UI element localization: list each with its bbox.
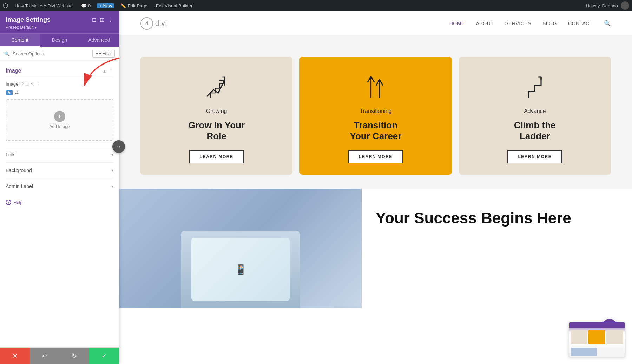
transitioning-learn-more-button[interactable]: LEARN MORE <box>348 150 403 163</box>
transitioning-icon <box>360 71 391 102</box>
site-navigation: d divi HOME ABOUT SERVICES BLOG CONTACT … <box>119 11 632 36</box>
more-options-button[interactable]: ⋮ <box>108 16 113 23</box>
admin-label-section[interactable]: Admin Label ▾ <box>6 178 113 194</box>
comment-icon: 💬 <box>81 3 87 8</box>
collapse-image-section-button[interactable]: ▴ <box>103 68 106 74</box>
link-chevron-icon: ▾ <box>111 152 113 157</box>
exit-builder-link[interactable]: Exit Visual Builder <box>154 3 195 8</box>
tab-design[interactable]: Design <box>40 34 79 47</box>
panel-resize-handle[interactable]: ↔ <box>112 140 125 153</box>
add-icon: + <box>58 113 61 120</box>
website-preview: d divi HOME ABOUT SERVICES BLOG CONTACT … <box>119 11 632 364</box>
admin-bar-right: Howdy, Deanna <box>586 1 629 10</box>
section-more-button[interactable]: ⋮ <box>108 68 113 74</box>
page-thumbnail-preview <box>569 322 625 357</box>
site-logo[interactable]: d divi <box>140 17 167 30</box>
field-options-icon[interactable]: ⋮ <box>37 81 41 87</box>
nav-about[interactable]: ABOUT <box>476 21 494 26</box>
divi-wordmark: divi <box>155 19 167 27</box>
advance-icon <box>519 71 551 102</box>
background-section-header: Background ▾ <box>6 168 113 173</box>
background-section[interactable]: Background ▾ <box>6 162 113 178</box>
cursor-icon[interactable]: ↖ <box>31 81 34 87</box>
comments-link[interactable]: 💬 0 <box>79 3 93 8</box>
nav-services[interactable]: SERVICES <box>505 21 531 26</box>
panel-body: Image ▴ ⋮ Image ? □ ↖ ⋮ AI ⇄ + <box>0 61 119 347</box>
help-row[interactable]: ? Help <box>6 194 113 211</box>
help-label: Help <box>13 200 23 205</box>
background-chevron-icon: ▾ <box>111 168 113 173</box>
background-section-title: Background <box>6 168 32 173</box>
admin-label-title: Admin Label <box>6 183 33 189</box>
nav-blog[interactable]: BLOG <box>542 21 557 26</box>
advance-card: Advance Climb theLadder LEARN MORE <box>459 57 611 175</box>
device-icon[interactable]: □ <box>26 81 28 87</box>
undo-button[interactable]: ↩ <box>30 348 60 364</box>
edit-icon: ✏️ <box>120 3 126 8</box>
panel-title: Image Settings <box>6 16 51 23</box>
admin-label-chevron-icon: ▾ <box>111 184 113 189</box>
growing-title: Grow In YourRole <box>188 120 245 142</box>
panel-footer: ✕ ↩ ↻ ✓ <box>0 347 119 364</box>
add-image-button[interactable]: + <box>54 111 65 122</box>
thumbnail-image <box>569 322 625 357</box>
link-section-header: Link ▾ <box>6 152 113 157</box>
preset-chevron-icon: ▾ <box>35 26 37 29</box>
transitioning-card: Transitioning TransitionYour Career LEAR… <box>299 57 452 175</box>
layout-toggle-button[interactable]: ⊞ <box>100 16 104 23</box>
advance-title: Climb theLadder <box>514 120 555 142</box>
transitioning-title: TransitionYour Career <box>350 120 402 142</box>
help-circle-icon: ? <box>6 200 11 205</box>
divi-logo-icon: d <box>140 17 153 30</box>
help-icon[interactable]: ? <box>21 81 24 87</box>
filter-button[interactable]: + + Filter <box>92 50 115 58</box>
cancel-button[interactable]: ✕ <box>0 348 30 364</box>
success-text-area: Your Success Begins Here <box>362 189 632 308</box>
search-row: 🔍 + + Filter <box>0 47 119 61</box>
redo-button[interactable]: ↻ <box>60 348 90 364</box>
ai-sync-row: AI ⇄ <box>6 90 113 95</box>
nav-home[interactable]: HOME <box>449 21 465 26</box>
nav-contact[interactable]: CONTACT <box>568 21 593 26</box>
growing-learn-more-button[interactable]: LEARN MORE <box>189 150 244 163</box>
site-name-link[interactable]: How To Make A Divi Website <box>13 3 75 8</box>
sync-icon[interactable]: ⇄ <box>15 90 19 95</box>
advance-subtitle: Advance <box>524 108 546 114</box>
cards-section: Growing Grow In YourRole LEARN MORE Tran… <box>119 36 632 189</box>
image-field-label: Image <box>6 81 18 87</box>
preset-selector[interactable]: Preset: Default ▾ <box>6 25 113 30</box>
focus-mode-button[interactable]: ⊡ <box>92 16 96 23</box>
panel-tabs: Content Design Advanced <box>0 33 119 47</box>
new-post-link[interactable]: + New <box>97 3 114 8</box>
transitioning-subtitle: Transitioning <box>360 108 391 114</box>
image-section-title: Image <box>6 68 21 74</box>
tab-advanced[interactable]: Advanced <box>79 34 119 47</box>
image-upload-area[interactable]: + Add Image <box>6 99 113 141</box>
search-icon: 🔍 <box>4 51 10 56</box>
growing-subtitle: Growing <box>206 108 227 114</box>
image-settings-panel: Image Settings ⊡ ⊞ ⋮ Preset: Default ▾ C… <box>0 11 119 364</box>
tab-content[interactable]: Content <box>0 34 40 47</box>
search-input[interactable] <box>13 51 90 56</box>
save-button[interactable]: ✓ <box>89 348 119 364</box>
success-section: 📱 Your Success Begins Here <box>119 189 632 308</box>
wp-logo-icon[interactable]: ⬡ <box>3 2 8 9</box>
success-title: Your Success Begins Here <box>376 210 618 227</box>
link-section[interactable]: Link ▾ <box>6 147 113 162</box>
user-avatar[interactable] <box>621 1 629 10</box>
panel-title-icons: ⊡ ⊞ ⋮ <box>92 16 113 23</box>
section-icon-group: ▴ ⋮ <box>103 68 113 74</box>
panel-title-row: Image Settings ⊡ ⊞ ⋮ <box>6 16 113 23</box>
ai-button[interactable]: AI <box>6 90 13 95</box>
panel-header: Image Settings ⊡ ⊞ ⋮ Preset: Default ▾ <box>0 11 119 33</box>
add-image-label: Add Image <box>49 124 70 129</box>
image-field-row: Image ? □ ↖ ⋮ <box>6 81 113 87</box>
site-search-icon[interactable]: 🔍 <box>604 20 611 27</box>
growing-card: Growing Grow In YourRole LEARN MORE <box>140 57 292 175</box>
image-label-icons: ? □ ↖ ⋮ <box>21 81 41 87</box>
link-section-title: Link <box>6 152 15 157</box>
filter-plus-icon: + <box>96 51 98 56</box>
growing-icon <box>201 71 232 102</box>
edit-page-link[interactable]: ✏️ Edit Page <box>118 3 149 8</box>
advance-learn-more-button[interactable]: LEARN MORE <box>507 150 562 163</box>
